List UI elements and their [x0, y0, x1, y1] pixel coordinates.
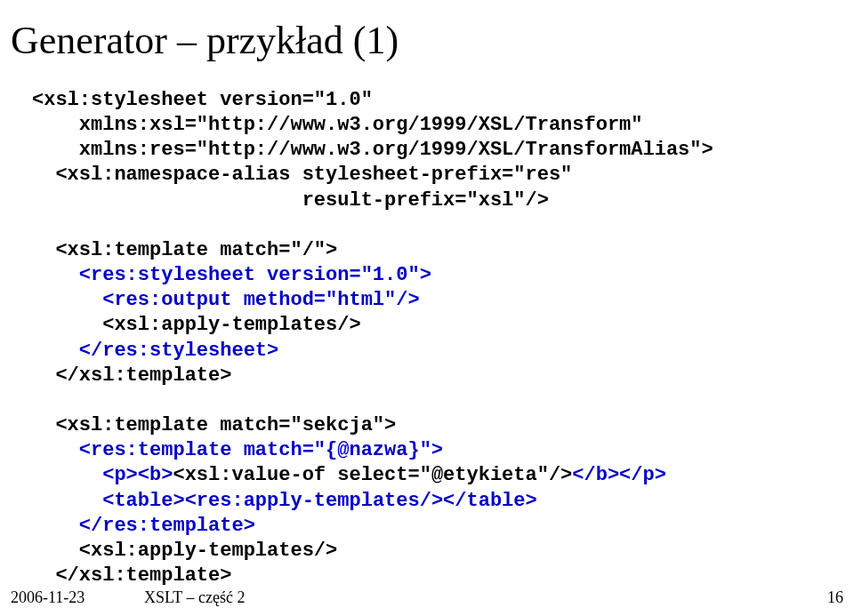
- slide-footer: 2006-11-23 XSLT – część 2 16: [11, 588, 843, 607]
- code-line: xmlns:xsl="http://www.w3.org/1999/XSL/Tr…: [32, 114, 643, 136]
- code-line: <xsl:apply-templates/>: [32, 540, 337, 562]
- code-line-part: <res:apply-templates/>: [185, 490, 443, 512]
- footer-page-number: 16: [808, 588, 843, 607]
- code-line: <xsl:stylesheet version="1.0": [32, 89, 373, 111]
- code-line: <xsl:template match="sekcja">: [32, 414, 396, 436]
- footer-date: 2006-11-23: [11, 588, 144, 607]
- code-line: </res:stylesheet>: [32, 340, 278, 362]
- code-line: </xsl:template>: [32, 564, 231, 587]
- code-line-part: <table>: [32, 490, 185, 512]
- code-line: <res:template match="{@nazwa}">: [32, 439, 443, 461]
- footer-title: XSLT – część 2: [144, 588, 808, 607]
- code-line: <res:output method="html"/>: [32, 289, 420, 311]
- code-line: xmlns:res="http://www.w3.org/1999/XSL/Tr…: [32, 139, 713, 161]
- code-line: </res:template>: [32, 515, 255, 537]
- code-line: result-prefix="xsl"/>: [32, 189, 549, 212]
- code-line-part: </table>: [443, 490, 537, 512]
- code-line: </xsl:template>: [32, 364, 231, 387]
- code-line: <res:stylesheet version="1.0">: [32, 264, 431, 286]
- code-line-part: <xsl:value-of select="@etykieta"/>: [173, 464, 572, 486]
- slide-title: Generator – przykład (1): [11, 18, 822, 63]
- code-line: <xsl:namespace-alias stylesheet-prefix="…: [32, 164, 572, 186]
- code-line-part: <p><b>: [32, 464, 173, 486]
- code-line: <xsl:template match="/">: [32, 239, 337, 261]
- code-line-part: </b></p>: [572, 464, 666, 486]
- code-block: <xsl:stylesheet version="1.0" xmlns:xsl=…: [32, 88, 822, 588]
- code-line: <xsl:apply-templates/>: [32, 314, 361, 336]
